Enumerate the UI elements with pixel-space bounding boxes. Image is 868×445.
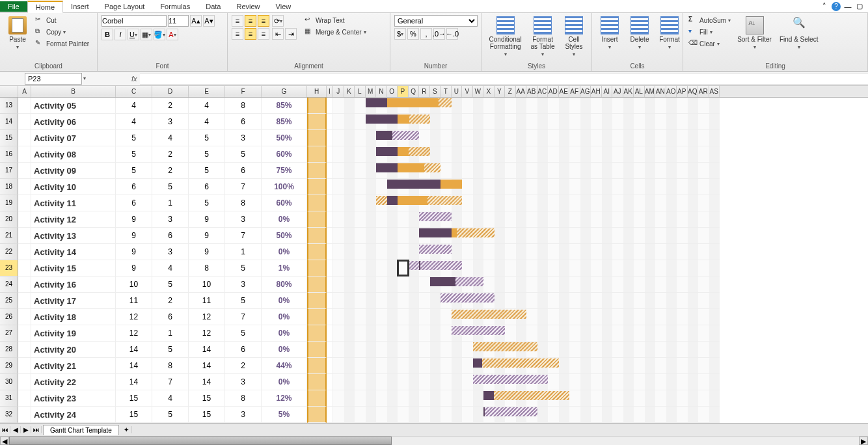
cell-e[interactable]: 8 <box>189 260 225 276</box>
paste-button[interactable]: Paste▾ <box>4 15 31 51</box>
cell-e[interactable]: 14 <box>189 358 225 374</box>
cell-c[interactable]: 9 <box>116 260 152 276</box>
activity-name[interactable]: Activity 06 <box>31 114 116 130</box>
col-header-I[interactable]: I <box>327 86 333 97</box>
cell-d[interactable]: 1 <box>152 325 189 342</box>
activity-name[interactable]: Activity 05 <box>31 98 116 114</box>
cell-d[interactable]: 3 <box>152 244 189 260</box>
autosum-button[interactable]: AutoSum▾ <box>687 15 732 25</box>
activity-name[interactable]: Activity 13 <box>31 228 116 244</box>
row-header[interactable]: 28 <box>0 342 18 358</box>
window-min-icon[interactable]: — <box>843 2 852 11</box>
increase-decimal-button[interactable]: .0→ <box>433 28 445 40</box>
col-header-Z[interactable]: Z <box>505 86 516 97</box>
highlight-col[interactable] <box>307 163 327 179</box>
col-header-M[interactable]: M <box>366 86 377 97</box>
highlight-col[interactable] <box>307 244 327 260</box>
align-center-button[interactable]: ≡ <box>245 28 256 40</box>
col-header-AL[interactable]: AL <box>634 86 645 97</box>
highlight-col[interactable] <box>307 276 327 293</box>
cell-pct[interactable]: 0% <box>262 309 307 325</box>
activity-name[interactable]: Activity 22 <box>31 374 116 390</box>
cell-f[interactable]: 3 <box>225 211 262 228</box>
cell-c[interactable]: 4 <box>116 98 152 114</box>
row-header[interactable]: 31 <box>0 390 18 407</box>
activity-name[interactable]: Activity 09 <box>31 163 116 179</box>
cell-e[interactable]: 14 <box>189 374 225 390</box>
activity-name[interactable]: Activity 20 <box>31 342 116 358</box>
cell-f[interactable]: 6 <box>225 342 262 358</box>
cell-c[interactable]: 10 <box>116 276 152 293</box>
col-header-V[interactable]: V <box>462 86 473 97</box>
cell-c[interactable]: 5 <box>116 130 152 146</box>
col-header-AA[interactable]: AA <box>516 86 527 97</box>
highlight-col[interactable] <box>307 325 327 342</box>
col-header-C[interactable]: C <box>116 86 152 97</box>
activity-name[interactable]: Activity 10 <box>31 179 116 195</box>
fill-color-button[interactable]: 🪣▾ <box>154 29 165 40</box>
cell-c[interactable]: 12 <box>116 309 152 325</box>
cell-f[interactable]: 3 <box>225 374 262 390</box>
conditional-formatting-button[interactable]: Conditional Formatting▾ <box>485 15 525 59</box>
col-header-B[interactable]: B <box>31 86 116 97</box>
row-header[interactable]: 24 <box>0 276 18 293</box>
cell-e[interactable]: 5 <box>189 130 225 146</box>
cell-c[interactable]: 4 <box>116 114 152 130</box>
cell-e[interactable]: 9 <box>189 211 225 228</box>
cell-f[interactable]: 2 <box>225 358 262 374</box>
tab-file[interactable]: File <box>0 1 27 12</box>
gantt-area[interactable] <box>333 309 720 325</box>
align-top-button[interactable]: ≡ <box>232 15 243 27</box>
cell-e[interactable]: 15 <box>189 390 225 407</box>
sheet-tab-new[interactable]: ✦ <box>122 426 132 433</box>
col-header-F[interactable]: F <box>225 86 262 97</box>
highlight-col[interactable] <box>307 98 327 114</box>
col-header-D[interactable]: D <box>152 86 189 97</box>
tab-review[interactable]: Review <box>228 1 267 12</box>
sheet-tab-gantt[interactable]: Gantt Chart Template <box>43 425 119 435</box>
cell-e[interactable]: 4 <box>189 114 225 130</box>
highlight-col[interactable] <box>307 342 327 358</box>
cell-c[interactable]: 15 <box>116 407 152 423</box>
cell-e[interactable]: 12 <box>189 309 225 325</box>
cell-e[interactable]: 14 <box>189 342 225 358</box>
activity-name[interactable]: Activity 19 <box>31 325 116 342</box>
cell-pct[interactable]: 60% <box>262 195 307 211</box>
cell-pct[interactable]: 85% <box>262 114 307 130</box>
cell-f[interactable]: 3 <box>225 276 262 293</box>
currency-button[interactable]: $▾ <box>394 28 406 40</box>
gantt-area[interactable] <box>333 228 720 244</box>
gantt-area[interactable] <box>333 325 720 342</box>
activity-name[interactable]: Activity 07 <box>31 130 116 146</box>
row-header[interactable]: 13 <box>0 98 18 114</box>
activity-name[interactable]: Activity 21 <box>31 358 116 374</box>
name-box[interactable]: P23 <box>25 73 82 85</box>
copy-button[interactable]: Copy▾ <box>34 27 90 37</box>
col-header-U[interactable]: U <box>452 86 463 97</box>
cut-button[interactable]: Cut <box>34 15 90 25</box>
col-header-AF[interactable]: AF <box>569 86 580 97</box>
col-header-AI[interactable]: AI <box>602 86 613 97</box>
highlight-col[interactable] <box>307 293 327 309</box>
cell-e[interactable]: 11 <box>189 293 225 309</box>
window-restore-icon[interactable]: ▢ <box>855 2 864 11</box>
col-header-S[interactable]: S <box>430 86 441 97</box>
gantt-area[interactable] <box>333 407 720 423</box>
cell-d[interactable]: 8 <box>152 358 189 374</box>
cell-f[interactable]: 7 <box>225 179 262 195</box>
tab-page-layout[interactable]: Page Layout <box>97 1 153 12</box>
cell-pct[interactable]: 0% <box>262 211 307 228</box>
increase-indent-button[interactable]: ⇥ <box>285 28 297 40</box>
col-header-Y[interactable]: Y <box>495 86 506 97</box>
col-header-AG[interactable]: AG <box>580 86 591 97</box>
clear-button[interactable]: Clear▾ <box>687 38 732 49</box>
gantt-area[interactable] <box>333 146 720 163</box>
col-header-AQ[interactable]: AQ <box>688 86 699 97</box>
row-header[interactable]: 25 <box>0 293 18 309</box>
grid-body[interactable]: 13Activity 05424885%14Activity 06434685%… <box>0 98 868 433</box>
gantt-area[interactable] <box>333 358 720 374</box>
row-header[interactable]: 14 <box>0 114 18 130</box>
highlight-col[interactable] <box>307 195 327 211</box>
gantt-area[interactable] <box>333 98 720 114</box>
gantt-area[interactable] <box>333 195 720 211</box>
